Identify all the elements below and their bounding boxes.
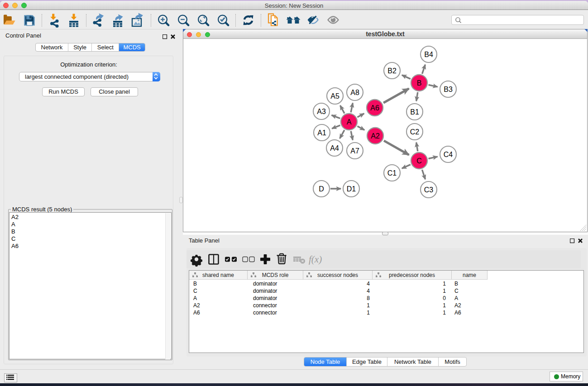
svg-text:D1: D1 (347, 185, 356, 193)
svg-text:A5: A5 (330, 92, 339, 100)
svg-text:A8: A8 (350, 89, 359, 96)
svg-text:B: B (417, 79, 422, 87)
svg-text:D: D (319, 185, 324, 193)
svg-text:B3: B3 (444, 86, 453, 93)
svg-text:C: C (416, 157, 422, 165)
svg-text:A6: A6 (370, 104, 379, 112)
svg-text:C1: C1 (387, 169, 397, 177)
svg-text:A4: A4 (330, 144, 339, 152)
svg-text:A7: A7 (350, 147, 359, 155)
svg-text:C2: C2 (410, 128, 420, 136)
svg-text:A: A (347, 118, 352, 126)
svg-text:B2: B2 (387, 67, 397, 75)
svg-text:B1: B1 (410, 108, 419, 116)
svg-text:A1: A1 (317, 129, 326, 137)
svg-text:C4: C4 (444, 151, 453, 158)
svg-text:f(x): f(x) (309, 254, 322, 265)
svg-text:B4: B4 (424, 51, 433, 58)
svg-text:C3: C3 (424, 186, 434, 194)
svg-text:A2: A2 (371, 132, 380, 140)
svg-text:A3: A3 (317, 108, 326, 115)
